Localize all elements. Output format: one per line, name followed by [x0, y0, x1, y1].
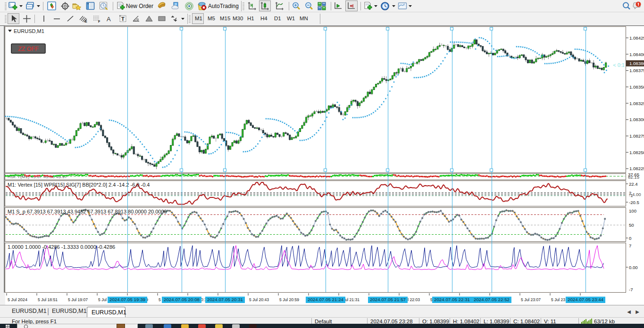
svg-text:1.08250: 1.08250 — [629, 150, 644, 155]
svg-text:0: 0 — [629, 236, 631, 241]
svg-text:5 Jul 20:43: 5 Jul 20:43 — [249, 297, 269, 302]
svg-text:1.0000 1.0000 -0.4286 -1.3333: 1.0000 1.0000 -0.4286 -1.3333 0.0000 -0.… — [8, 244, 115, 250]
svg-text:2024.07.05 20:31: 2024.07.05 20:31 — [207, 297, 243, 302]
svg-text:22.4: 22.4 — [629, 181, 638, 187]
svg-text:7: 7 — [629, 243, 631, 248]
svg-text:2024.07.05 22:52: 2024.07.05 22:52 — [474, 297, 510, 302]
svg-text:2024.07.05 23:44: 2024.07.05 23:44 — [568, 297, 604, 302]
svg-text:F: F — [98, 20, 100, 23]
svg-text:ZZ OFF: ZZ OFF — [18, 46, 39, 52]
svg-text:M1 S_p 67.3913 67.3913 43.9452: M1 S_p 67.3913 67.3913 43.9452 67.3913 6… — [8, 209, 167, 214]
svg-text:E: E — [85, 20, 87, 23]
svg-text:-7: -7 — [629, 287, 633, 292]
svg-text:4.00: 4.00 — [632, 192, 641, 197]
svg-text:2024.07.05 20:08: 2024.07.05 20:08 — [164, 297, 200, 302]
svg-text:1.08400: 1.08400 — [629, 52, 644, 57]
svg-text:5 Jul 23:07: 5 Jul 23:07 — [521, 297, 541, 302]
svg-text:1.08225: 1.08225 — [629, 166, 644, 171]
svg-text:1.08275: 1.08275 — [629, 133, 644, 139]
svg-text:5 Jul 18:51: 5 Jul 18:51 — [38, 297, 58, 302]
svg-text:1.08375: 1.08375 — [629, 68, 644, 73]
svg-text:1.08300: 1.08300 — [629, 117, 644, 122]
svg-text:100: 100 — [629, 208, 636, 213]
svg-text:2024.07.05 19:39: 2024.07.05 19:39 — [109, 297, 145, 302]
svg-text:T: T — [121, 16, 125, 22]
svg-text:-20.5: -20.5 — [629, 200, 639, 205]
svg-text:1.08386: 1.08386 — [629, 61, 644, 66]
svg-text:< 0:1: < 0:1 — [613, 62, 625, 68]
svg-text:1.08325: 1.08325 — [629, 101, 644, 106]
svg-text:M1: Vertex [15] WPR[15] SIG[7]: M1: Vertex [15] WPR[15] SIG[7] BB[20*2.0… — [8, 182, 150, 188]
svg-text:2024.07.05 21:57: 2024.07.05 21:57 — [370, 297, 406, 302]
svg-text:50: 50 — [629, 222, 634, 228]
svg-text:2024.07.05 21:24: 2024.07.05 21:24 — [308, 297, 344, 302]
svg-text:1.08425: 1.08425 — [629, 35, 644, 41]
svg-text:0.00: 0.00 — [629, 265, 638, 270]
svg-text:EURUSD,M1: EURUSD,M1 — [14, 28, 44, 34]
svg-text:5 Jul 20:59: 5 Jul 20:59 — [279, 297, 299, 302]
svg-text:5 Jul 19:07: 5 Jul 19:07 — [68, 297, 88, 302]
svg-text:1.08350: 1.08350 — [629, 84, 644, 90]
svg-text:5 Jul 2024: 5 Jul 2024 — [8, 297, 28, 302]
svg-text:2024.07.05 22:31: 2024.07.05 22:31 — [434, 297, 470, 302]
svg-text:82.15: 82.15 — [628, 174, 639, 180]
